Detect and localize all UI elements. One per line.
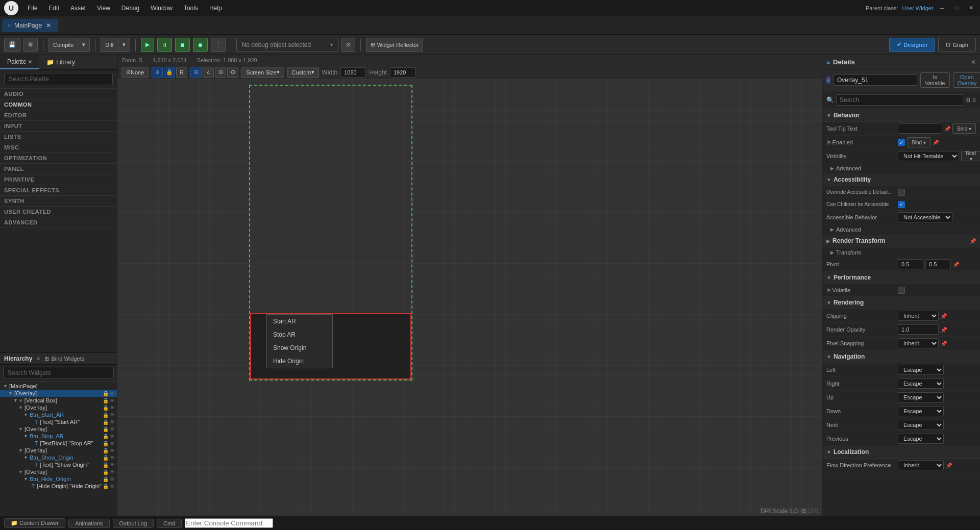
grid-count[interactable]: 4	[203, 67, 214, 78]
btn-start-action2[interactable]: 👁	[110, 412, 115, 418]
rendering-section-header[interactable]: ▼ Rendering	[822, 296, 980, 309]
flow-direction-select[interactable]: Inherit	[898, 460, 944, 470]
details-close-button[interactable]: ✕	[971, 59, 976, 66]
is-enabled-bind-button[interactable]: Bind ▾	[907, 137, 930, 147]
override-accessible-checkbox[interactable]	[898, 189, 905, 196]
tree-item-mainpage[interactable]: ▼ [MainPage]	[0, 383, 117, 390]
btn-hide-action2[interactable]: 👁	[110, 476, 115, 482]
tree-item-btn-stop-ar[interactable]: ▼ Btn_Stop_AR 🔒 👁	[0, 433, 117, 440]
designer-button[interactable]: ✔ Designer	[889, 38, 935, 52]
library-tab[interactable]: 📁 Library	[39, 55, 82, 69]
search-palette-input[interactable]	[4, 73, 113, 85]
is-variable-button[interactable]: Is Variable	[920, 72, 950, 88]
nav-right-select[interactable]: Escape	[898, 378, 944, 389]
tooltip-bind-button[interactable]: Bind ▾	[952, 123, 976, 134]
anchor-lock-button[interactable]: 🔒	[164, 67, 175, 78]
tree-item-overlay[interactable]: ▼ [Overlay] 🔒 👁	[0, 390, 117, 397]
save-button[interactable]: 💾	[4, 38, 20, 52]
palette-category-special-effects[interactable]: SPECIAL EFFECTS	[0, 185, 117, 196]
palette-category-advanced[interactable]: ADVANCED	[0, 217, 117, 228]
tree-item-overlay3[interactable]: ▼ [Overlay] 🔒 👁	[0, 425, 117, 433]
grid-button[interactable]: ⊞	[190, 67, 202, 78]
ctx-start-ar[interactable]: Start AR	[267, 315, 332, 328]
overlay-action-icon2[interactable]: 👁	[110, 391, 115, 396]
btn-show-action2[interactable]: 👁	[110, 455, 115, 461]
widget-frame[interactable]: Start AR Stop AR Show Origin Hide Origin	[249, 85, 412, 381]
minimize-button[interactable]: ─	[937, 3, 947, 13]
pivot-x-input[interactable]	[898, 259, 923, 269]
grid-setting2[interactable]: ⊙	[227, 67, 238, 78]
tree-item-overlay2[interactable]: ▼ [Overlay] 🔒 👁	[0, 404, 117, 411]
palette-category-optimization[interactable]: OPTIMIZATION	[0, 153, 117, 164]
clipping-pin[interactable]: 📌	[941, 313, 947, 319]
ctx-stop-ar[interactable]: Stop AR	[267, 328, 332, 341]
grid-setting1[interactable]: ⊙	[215, 67, 226, 78]
overlay-action-icon1[interactable]: 🔒	[103, 391, 109, 396]
blueprint-button[interactable]: ⚙	[23, 38, 38, 52]
visibility-bind-button[interactable]: Bind ▾	[961, 151, 980, 161]
compile-dropdown[interactable]: ▾	[78, 38, 90, 52]
overlay5-action2[interactable]: 👁	[110, 469, 115, 475]
visibility-select[interactable]: Not Hit-Testable Visible Hidden Collapse…	[898, 151, 959, 161]
btn-stop-action2[interactable]: 👁	[110, 434, 115, 439]
screen-size-button[interactable]: Screen Size ▾	[241, 67, 284, 78]
menu-asset[interactable]: Asset	[65, 3, 91, 14]
performance-section-header[interactable]: ▼ Performance	[822, 271, 980, 284]
menu-view[interactable]: View	[92, 3, 115, 14]
render-opacity-pin[interactable]: 📌	[941, 327, 947, 333]
palette-tab[interactable]: Palette ✕	[0, 55, 39, 69]
pivot-y-input[interactable]	[925, 259, 951, 269]
fill-button[interactable]: ⊘ None	[121, 67, 149, 78]
text-show-action2[interactable]: 👁	[110, 462, 115, 468]
tree-item-text-show-origin[interactable]: T [Text] "Show Origin" 🔒 👁	[0, 461, 117, 468]
anchor-r-button[interactable]: R	[176, 67, 187, 78]
tree-item-btn-show-origin[interactable]: ▼ Btn_Show_Origin 🔒 👁	[0, 454, 117, 461]
vb-action1[interactable]: 🔒	[103, 398, 109, 403]
widget-name-input[interactable]	[834, 74, 917, 86]
is-enabled-pin[interactable]: 📌	[933, 140, 939, 145]
debug-icon-button[interactable]: ⊙	[341, 38, 355, 52]
nav-left-select[interactable]: Escape	[898, 365, 944, 375]
tree-item-btn-start-ar[interactable]: ▼ Btn_Start_AR 🔒 👁	[0, 411, 117, 418]
overlay5-action1[interactable]: 🔒	[103, 469, 109, 475]
is-volatile-checkbox[interactable]	[898, 287, 905, 294]
anchor-center-button[interactable]: ⊕	[152, 67, 163, 78]
menu-help[interactable]: Help	[204, 3, 227, 14]
details-view-icon1[interactable]: ⊞	[965, 96, 970, 104]
tree-item-text-start-ar[interactable]: T [Text] "Start AR" 🔒 👁	[0, 418, 117, 425]
advanced-behavior-header[interactable]: ▶ Advanced	[822, 163, 980, 173]
debug-selector[interactable]: No debug object selected ▾	[236, 38, 338, 52]
height-input[interactable]	[390, 67, 415, 78]
main-tab[interactable]: □ MainPage ✕	[2, 19, 58, 32]
nav-next-select[interactable]: Escape	[898, 420, 944, 430]
compile-button[interactable]: Compile	[48, 38, 78, 52]
diff-dropdown[interactable]: ▾	[118, 38, 130, 52]
nav-up-select[interactable]: Escape	[898, 392, 944, 402]
text-show-action1[interactable]: 🔒	[103, 462, 109, 468]
graph-button[interactable]: ⊡ Graph	[938, 38, 976, 52]
render-transform-pin[interactable]: 📌	[970, 238, 976, 244]
open-overlay-button[interactable]: Open Overlay	[953, 72, 980, 88]
output-log-button[interactable]: Output Log	[113, 519, 154, 528]
tree-item-overlay5[interactable]: ▼ [Overlay] 🔒 👁	[0, 468, 117, 475]
hierarchy-close-button[interactable]: ✕	[36, 356, 40, 362]
clipping-select[interactable]: Inherit	[898, 311, 939, 321]
selected-widget-box[interactable]: Start AR Stop AR Show Origin Hide Origin	[250, 313, 411, 380]
maximize-button[interactable]: □	[951, 3, 962, 13]
overlay4-action2[interactable]: 👁	[110, 448, 115, 453]
palette-category-common[interactable]: COMMON	[0, 99, 117, 110]
pause-button[interactable]: ⏸	[157, 38, 172, 52]
menu-file[interactable]: File	[22, 3, 42, 14]
btn-stop-action1[interactable]: 🔒	[103, 434, 109, 439]
menu-edit[interactable]: Edit	[43, 3, 64, 14]
palette-tab-close[interactable]: ✕	[28, 59, 32, 65]
hierarchy-search-input[interactable]	[3, 367, 114, 379]
tooltip-input[interactable]	[898, 123, 942, 134]
btn-hide-action1[interactable]: 🔒	[103, 476, 109, 482]
render-opacity-input[interactable]	[898, 324, 939, 335]
overlay3-action2[interactable]: 👁	[110, 426, 115, 432]
cmd-button[interactable]: Cmd	[157, 519, 182, 528]
accessibility-section-header[interactable]: ▼ Accessibility	[822, 173, 980, 186]
palette-category-misc[interactable]: MISC	[0, 142, 117, 153]
tooltip-pin[interactable]: 📌	[944, 126, 950, 132]
